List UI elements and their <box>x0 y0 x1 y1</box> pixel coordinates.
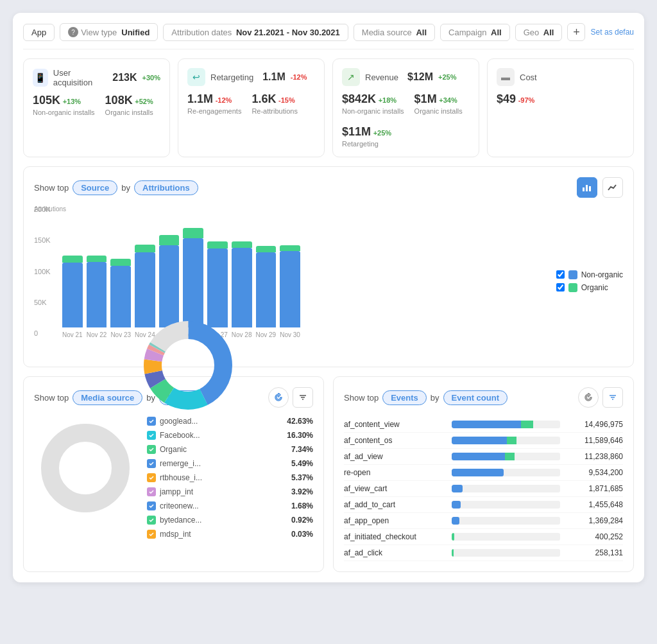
event-bar-fill <box>452 501 461 509</box>
kpi-title-0: User acquisition <box>53 68 104 87</box>
app-label: App <box>31 28 46 37</box>
events-filter-button[interactable] <box>602 387 623 408</box>
donut-checkbox-3[interactable] <box>147 459 156 468</box>
kpi-header-1: ↩ Retargeting 1.1M -12% <box>187 68 315 86</box>
event-count-3: 9,534,200 <box>565 468 623 477</box>
kpi-metric-val: $11M <box>342 125 371 138</box>
bar-green <box>232 241 252 248</box>
filter-icon2 <box>608 393 617 402</box>
donut-checkbox-2[interactable] <box>147 445 156 454</box>
check-icon <box>148 460 155 467</box>
source-pill[interactable]: Source <box>73 180 117 195</box>
donut-item-8: mdsp_int 0.03% <box>147 530 313 539</box>
donut-name-7: bytedance... <box>160 516 287 525</box>
set-default-link[interactable]: Set as defau <box>591 28 634 37</box>
bar-green <box>183 228 203 238</box>
kpi-metric-2-0: $842K +18% Non-organic installs <box>342 92 404 115</box>
bar-blue <box>87 262 107 327</box>
legend-checkbox-1[interactable] <box>556 283 565 292</box>
donut-checkbox-4[interactable] <box>147 473 156 482</box>
kpi-metric-val: $842K <box>342 92 376 105</box>
chart-area: Attributions 200K 150K 100K 50K 0 Nov 21 <box>34 205 541 356</box>
kpi-metrics-0: 105K +13% Non-organic installs 108K +52%… <box>33 94 160 116</box>
kpi-metric-val: $1M <box>414 92 437 105</box>
donut-checkbox-1[interactable] <box>147 431 156 440</box>
event-bar-wrap-7 <box>452 533 560 541</box>
view-type-pill[interactable]: ? View type Unified <box>60 23 158 41</box>
legend-checkbox-0[interactable] <box>556 270 565 279</box>
kpi-icon-2: ↗ <box>342 68 360 86</box>
bar-green <box>135 245 155 252</box>
media-source-pill[interactable]: Media source <box>73 390 142 405</box>
kpi-metric-0-1: 108K +52% Organic installs <box>105 94 153 116</box>
kpi-icon-1: ↩ <box>187 68 205 86</box>
events-panel-header: Show top Events by Event count <box>344 387 623 408</box>
kpi-metric-badge: +25% <box>373 129 391 137</box>
kpi-title-3: Cost <box>520 73 537 82</box>
main-container: App ? View type Unified Attribution date… <box>13 13 644 582</box>
legend-label-1: Organic <box>581 283 608 292</box>
donut-name-6: criteonew... <box>160 501 287 510</box>
donut-name-0: googlead... <box>160 417 283 426</box>
kpi-metric-label: Organic installs <box>414 107 463 115</box>
kpi-card-0: 📱 User acquisition 213K +30% 105K +13% N… <box>23 58 170 157</box>
kpi-metric-label: Re-attributions <box>252 107 298 115</box>
events-refresh-button[interactable] <box>578 387 599 408</box>
donut-checkbox-8[interactable] <box>147 530 156 539</box>
donut-checkbox-5[interactable] <box>147 487 156 496</box>
donut-checkbox-6[interactable] <box>147 501 156 510</box>
bar-date-label: Nov 23 <box>110 331 131 338</box>
bar-blue-seg <box>452 421 521 428</box>
bar-date-label: Nov 29 <box>256 331 277 338</box>
geo-pill[interactable]: Geo All <box>515 24 563 41</box>
svg-rect-2 <box>589 186 591 191</box>
kpi-metric-badge: +13% <box>63 98 81 105</box>
donut-pct-0: 42.63% <box>287 417 313 426</box>
bar-chart-button[interactable] <box>577 177 597 198</box>
attribution-label: Attribution dates <box>171 28 232 37</box>
kpi-metric-label: Re-engagements <box>187 107 241 115</box>
campaign-pill[interactable]: Campaign All <box>440 24 510 41</box>
events-pill[interactable]: Events <box>382 390 427 405</box>
donut-item-2: Organic 7.34% <box>147 445 313 454</box>
donut-checkbox-0[interactable] <box>147 417 156 426</box>
event-count-2: 11,238,860 <box>565 452 623 461</box>
donut-item-1: Facebook... 16.30% <box>147 431 313 440</box>
donut-item-5: jampp_int 3.92% <box>147 487 313 496</box>
event-count-4: 1,871,685 <box>565 484 623 493</box>
donut-show-top-label: Show top <box>34 393 69 403</box>
media-source-label: Media source <box>362 28 412 37</box>
check-icon <box>148 446 155 453</box>
event-count-pill[interactable]: Event count <box>443 390 508 405</box>
donut-name-4: rtbhouse_i... <box>160 473 287 482</box>
bar-date-label: Nov 21 <box>62 331 83 338</box>
donut-pct-5: 3.92% <box>291 487 313 496</box>
donut-pct-7: 0.92% <box>291 516 313 525</box>
event-bar-wrap-8 <box>452 549 560 557</box>
event-row: af_content_view 14,496,975 <box>344 417 623 433</box>
kpi-total-0: 213K <box>112 72 137 83</box>
event-count-8: 258,131 <box>565 548 623 557</box>
bar-green-seg <box>507 437 516 444</box>
kpi-badge: +30% <box>142 74 160 82</box>
donut-name-1: Facebook... <box>160 431 283 440</box>
donut-checkbox-7[interactable] <box>147 516 156 525</box>
kpi-metric-badge: -12% <box>216 96 232 104</box>
attributions-pill[interactable]: Attributions <box>134 180 198 195</box>
attribution-dates-pill[interactable]: Attribution dates Nov 21.2021 - Nov 30.2… <box>163 24 348 41</box>
chart-controls <box>577 177 623 198</box>
add-filter-button[interactable]: + <box>567 23 585 41</box>
line-chart-button[interactable] <box>602 177 623 198</box>
events-panel: Show top Events by Event count <box>333 376 634 572</box>
media-source-pill[interactable]: Media source All <box>354 24 435 41</box>
app-pill[interactable]: App <box>23 24 55 41</box>
donut-refresh-button[interactable] <box>268 387 289 408</box>
donut-filter-button[interactable] <box>293 387 313 408</box>
chart-title-row: Show top Source by Attributions <box>34 180 198 195</box>
event-bar-fill <box>452 549 454 557</box>
kpi-metric-0-0: 105K +13% Non-organic installs <box>33 94 95 116</box>
check-icon <box>148 418 155 424</box>
event-bar-fill <box>452 469 504 476</box>
kpi-header-3: ▬ Cost <box>497 68 624 86</box>
event-row: af_app_open 1,369,284 <box>344 513 623 529</box>
